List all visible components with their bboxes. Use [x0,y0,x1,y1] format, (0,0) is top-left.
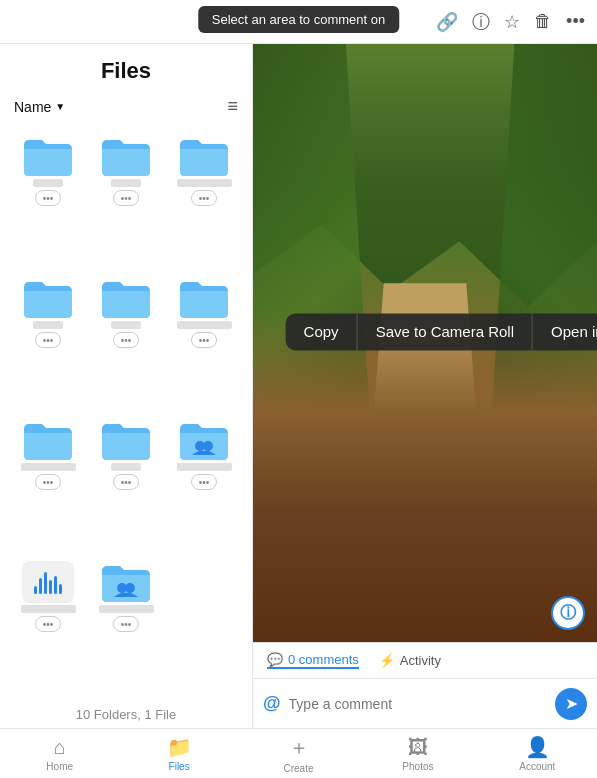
folder-icon [22,419,74,461]
nav-item-files[interactable]: 📁 Files [119,735,238,772]
copy-button[interactable]: Copy [286,313,358,350]
list-item[interactable]: ••• [166,271,242,411]
activity-tab[interactable]: ⚡ Activity [379,653,441,668]
comment-input[interactable] [289,696,547,712]
list-item[interactable]: ••• [10,413,86,553]
save-to-camera-roll-button[interactable]: Save to Camera Roll [358,313,533,350]
shared-folder-icon-2 [100,561,152,603]
bottom-nav: ⌂ Home 📁 Files ＋ Create 🖼 Photos 👤 Accou… [0,728,597,778]
send-button[interactable]: ➤ [555,688,587,720]
name-sort-button[interactable]: Name ▼ [14,99,65,115]
files-count: 10 Folders, 1 File [0,699,252,728]
folder-icon [178,135,230,177]
list-item[interactable]: ••• [166,129,242,269]
file-name [111,463,141,471]
files-grid: ••• ••• ••• [0,125,252,699]
file-name [21,463,76,471]
account-icon: 👤 [525,735,550,759]
top-bar-actions: 🔗 ⓘ ☆ 🗑 ••• [436,10,585,34]
comment-input-bar: @ ➤ [253,678,597,728]
star-icon[interactable]: ☆ [504,11,520,33]
nav-item-photos[interactable]: 🖼 Photos [358,736,477,772]
folder-icon [22,277,74,319]
link-icon[interactable]: 🔗 [436,11,458,33]
folder-icon [22,135,74,177]
main-split: Files Name ▼ ≡ ••• [0,44,597,728]
list-item[interactable]: ••• [166,413,242,553]
comments-count-label: 0 comments [288,652,359,667]
more-icon[interactable]: ••• [566,11,585,32]
list-item[interactable]: ••• [10,129,86,269]
file-more-button[interactable]: ••• [113,474,139,490]
nav-item-home[interactable]: ⌂ Home [0,736,119,772]
sort-label: Name [14,99,51,115]
shared-folder-icon [178,419,230,461]
photos-icon: 🖼 [408,736,428,759]
file-more-button[interactable]: ••• [191,474,217,490]
top-bar: Select an area to comment on 🔗 ⓘ ☆ 🗑 ••• [0,0,597,44]
home-icon: ⌂ [54,736,66,759]
trees-left [253,44,408,522]
right-panel: Copy Save to Camera Roll Open in... ⓘ 💬 … [253,44,597,728]
info-icon[interactable]: ⓘ [472,10,490,34]
file-more-button[interactable]: ••• [191,332,217,348]
at-icon: @ [263,693,281,714]
file-name [111,321,141,329]
file-name [33,179,63,187]
file-more-button[interactable]: ••• [35,616,61,632]
comments-tab[interactable]: 💬 0 comments [267,652,359,669]
context-menu: Copy Save to Camera Roll Open in... [286,313,597,350]
file-more-button[interactable]: ••• [35,332,61,348]
list-view-icon[interactable]: ≡ [227,96,238,117]
folder-icon [178,277,230,319]
file-name [21,605,76,613]
file-more-button[interactable]: ••• [35,190,61,206]
image-container: Copy Save to Camera Roll Open in... ⓘ [253,44,597,642]
list-item[interactable]: ••• [10,555,86,695]
nav-label-photos: Photos [402,761,433,772]
files-title: Files [0,44,252,92]
files-icon: 📁 [167,735,192,759]
list-item[interactable]: ••• [88,271,164,411]
nav-label-home: Home [46,761,73,772]
audio-waveform [34,570,62,594]
file-more-button[interactable]: ••• [113,616,139,632]
file-name [111,179,141,187]
file-name [177,179,232,187]
open-in-button[interactable]: Open in... [533,313,597,350]
list-item[interactable]: ••• [88,129,164,269]
list-item[interactable]: ••• [88,555,164,695]
info-button[interactable]: ⓘ [551,596,585,630]
file-name [33,321,63,329]
file-name [177,463,232,471]
svg-point-3 [125,583,135,593]
activity-label: Activity [400,653,441,668]
create-icon: ＋ [289,734,309,761]
svg-point-1 [203,441,213,451]
list-item[interactable]: ••• [88,413,164,553]
chevron-down-icon: ▼ [55,101,65,112]
nav-item-account[interactable]: 👤 Account [478,735,597,772]
left-panel: Files Name ▼ ≡ ••• [0,44,253,728]
file-name [177,321,232,329]
list-item[interactable]: ••• [10,271,86,411]
folder-icon [100,277,152,319]
activity-icon: ⚡ [379,653,395,668]
nav-label-account: Account [519,761,555,772]
nav-label-files: Files [169,761,190,772]
file-more-button[interactable]: ••• [113,190,139,206]
trees-right [459,44,597,493]
audio-file-icon [22,561,74,603]
nav-item-create[interactable]: ＋ Create [239,734,358,774]
file-more-button[interactable]: ••• [191,190,217,206]
file-more-button[interactable]: ••• [113,332,139,348]
folder-icon [100,135,152,177]
folder-icon [100,419,152,461]
trash-icon[interactable]: 🗑 [534,11,552,32]
file-more-button[interactable]: ••• [35,474,61,490]
comments-bar: 💬 0 comments ⚡ Activity [253,642,597,678]
files-toolbar: Name ▼ ≡ [0,92,252,125]
tooltip-bubble: Select an area to comment on [198,6,399,33]
nav-label-create: Create [284,763,314,774]
comment-bubble-icon: 💬 [267,652,283,667]
